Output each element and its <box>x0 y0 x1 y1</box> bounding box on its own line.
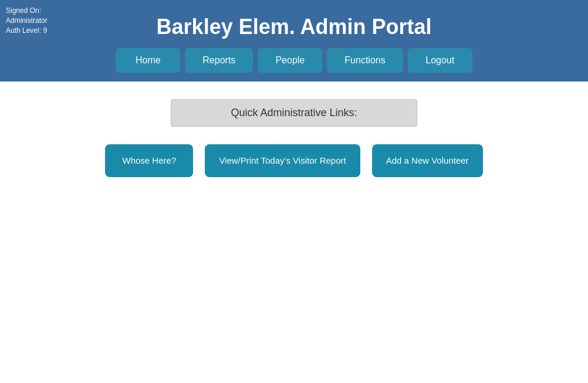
nav-people-button[interactable]: People <box>258 48 322 73</box>
user-name: Administrator <box>6 16 48 25</box>
action-buttons: Whose Here? View/Print Today's Visitor R… <box>105 144 482 177</box>
site-title: Barkley Elem. Admin Portal <box>12 6 576 48</box>
visitor-report-button[interactable]: View/Print Today's Visitor Report <box>205 144 360 177</box>
nav-functions-button[interactable]: Functions <box>327 48 403 73</box>
whose-here-button[interactable]: Whose Here? <box>105 144 193 177</box>
nav-home-button[interactable]: Home <box>116 48 180 73</box>
auth-level: Auth Level: 9 <box>6 26 47 35</box>
nav-reports-button[interactable]: Reports <box>185 48 253 73</box>
header: Signed On: Administrator Auth Level: 9 B… <box>0 0 588 82</box>
signed-on-label: Signed On: <box>6 6 41 15</box>
signed-on-info: Signed On: Administrator Auth Level: 9 <box>6 6 48 35</box>
quick-links-bar: Quick Administrative Links: <box>171 99 417 127</box>
main-content: Quick Administrative Links: Whose Here? … <box>0 82 588 195</box>
nav-logout-button[interactable]: Logout <box>408 48 472 73</box>
nav-bar: Home Reports People Functions Logout <box>12 48 576 82</box>
add-volunteer-button[interactable]: Add a New Volunteer <box>372 144 483 177</box>
